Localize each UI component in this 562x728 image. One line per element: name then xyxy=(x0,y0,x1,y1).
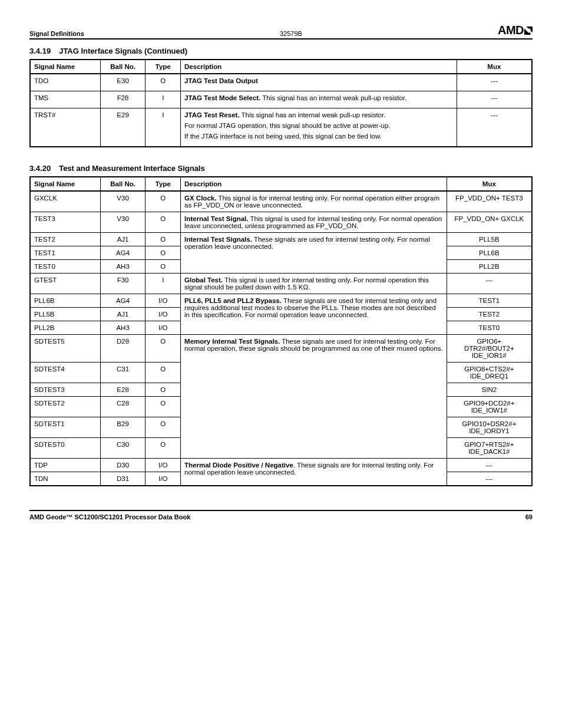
cell-ball-no: AJ1 xyxy=(100,308,146,321)
cell-mux: --- xyxy=(447,472,532,486)
col-mux: Mux xyxy=(447,177,532,191)
cell-signal-name: TRST# xyxy=(30,108,100,147)
cell-mux: --- xyxy=(447,274,532,294)
footer-book-title: AMD Geode™ SC1200/SC1201 Processor Data … xyxy=(29,513,190,521)
cell-ball-no: E29 xyxy=(100,108,146,147)
cell-description: Memory Internal Test Signals. These sign… xyxy=(181,335,447,459)
test-signals-table: Signal Name Ball No. Type Description Mu… xyxy=(29,176,533,486)
table-row: GXCLKV30OGX Clock. This signal is for in… xyxy=(30,191,532,212)
cell-mux: PLL6B xyxy=(447,246,532,260)
cell-mux: SIN2 xyxy=(447,383,532,397)
cell-ball-no: AG4 xyxy=(100,294,146,308)
cell-type: I/O xyxy=(146,308,181,321)
col-ball-no: Ball No. xyxy=(100,177,146,191)
cell-signal-name: GXCLK xyxy=(30,191,100,212)
section-heading-jtag: 3.4.19JTAG Interface Signals (Continued) xyxy=(29,47,533,55)
cell-type: I/O xyxy=(146,472,181,486)
cell-description: Thermal Diode Positive / Negative. These… xyxy=(181,459,447,486)
section-heading-test: 3.4.20Test and Measurement Interface Sig… xyxy=(29,164,533,173)
cell-description: PLL6, PLL5 and PLL2 Bypass. These signal… xyxy=(181,294,447,335)
cell-ball-no: F28 xyxy=(100,91,146,108)
cell-description: Internal Test Signals. These signals are… xyxy=(181,233,447,274)
cell-mux: FP_VDD_ON+ TEST3 xyxy=(447,191,532,212)
cell-type: I xyxy=(146,108,181,147)
cell-signal-name: SDTEST5 xyxy=(30,335,100,363)
col-type: Type xyxy=(146,60,181,74)
cell-mux: PLL5B xyxy=(447,233,532,246)
amd-logo-text: AMD xyxy=(498,24,524,37)
cell-type: O xyxy=(146,246,181,260)
cell-signal-name: TMS xyxy=(30,91,100,108)
cell-signal-name: PLL6B xyxy=(30,294,100,308)
cell-mux: GPIO7+RTS2#+IDE_DACK1# xyxy=(447,438,532,459)
table-row: TMSF28IJTAG Test Mode Select. This signa… xyxy=(30,91,532,108)
cell-description: GX Clock. This signal is for internal te… xyxy=(181,191,447,212)
cell-mux: FP_VDD_ON+ GXCLK xyxy=(447,212,532,233)
cell-signal-name: TDN xyxy=(30,472,100,486)
cell-type: I/O xyxy=(146,459,181,472)
cell-ball-no: D31 xyxy=(100,472,146,486)
cell-description: Internal Test Signal. This signal is use… xyxy=(181,212,447,233)
amd-logo: AMD xyxy=(498,24,533,37)
cell-type: O xyxy=(146,74,181,91)
cell-signal-name: PLL2B xyxy=(30,321,100,335)
cell-ball-no: C30 xyxy=(100,438,146,459)
col-description: Description xyxy=(181,60,457,74)
cell-ball-no: F30 xyxy=(100,274,146,294)
jtag-signals-table: Signal Name Ball No. Type Description Mu… xyxy=(29,59,533,147)
cell-type: O xyxy=(146,260,181,274)
cell-signal-name: SDTEST1 xyxy=(30,417,100,438)
table-row: PLL6BAG4I/OPLL6, PLL5 and PLL2 Bypass. T… xyxy=(30,294,532,308)
cell-type: O xyxy=(146,417,181,438)
cell-ball-no: AJ1 xyxy=(100,233,146,246)
cell-type: O xyxy=(146,212,181,233)
section-number: 3.4.19 xyxy=(29,47,51,55)
cell-type: I xyxy=(146,91,181,108)
cell-signal-name: TDO xyxy=(30,74,100,91)
cell-mux: GPIO10+DSR2#+IDE_IORDY1 xyxy=(447,417,532,438)
cell-description: JTAG Test Data Output xyxy=(181,74,457,91)
cell-mux: --- xyxy=(447,459,532,472)
cell-mux: GPIO8+CTS2#+IDE_DREQ1 xyxy=(447,363,532,383)
footer-page-number: 69 xyxy=(525,513,533,521)
cell-signal-name: GTEST xyxy=(30,274,100,294)
cell-mux: TEST2 xyxy=(447,308,532,321)
cell-mux: GPIO9+DCD2#+IDE_IOW1# xyxy=(447,397,532,417)
cell-ball-no: V30 xyxy=(100,191,146,212)
cell-ball-no: AH3 xyxy=(100,260,146,274)
cell-ball-no: AG4 xyxy=(100,246,146,260)
cell-description: JTAG Test Reset. This signal has an inte… xyxy=(181,108,457,147)
section-number: 3.4.20 xyxy=(29,164,51,173)
table-row: TDPD30I/OThermal Diode Positive / Negati… xyxy=(30,459,532,472)
cell-ball-no: C28 xyxy=(100,397,146,417)
cell-signal-name: TEST0 xyxy=(30,260,100,274)
section-title: Test and Measurement Interface Signals xyxy=(59,164,205,173)
cell-signal-name: SDTEST3 xyxy=(30,383,100,397)
cell-signal-name: TEST2 xyxy=(30,233,100,246)
cell-type: O xyxy=(146,438,181,459)
cell-signal-name: SDTEST4 xyxy=(30,363,100,383)
cell-signal-name: TDP xyxy=(30,459,100,472)
table-row: TEST2AJ1OInternal Test Signals. These si… xyxy=(30,233,532,246)
cell-signal-name: SDTEST2 xyxy=(30,397,100,417)
cell-ball-no: AH3 xyxy=(100,321,146,335)
cell-type: O xyxy=(146,397,181,417)
cell-type: I xyxy=(146,274,181,294)
table-row: TRST#E29IJTAG Test Reset. This signal ha… xyxy=(30,108,532,147)
page-header: Signal Definitions 32579B AMD xyxy=(29,24,533,39)
table-row: GTESTF30IGlobal Test. This signal is use… xyxy=(30,274,532,294)
table-header-row: Signal Name Ball No. Type Description Mu… xyxy=(30,177,532,191)
cell-type: O xyxy=(146,363,181,383)
cell-ball-no: C31 xyxy=(100,363,146,383)
cell-signal-name: PLL5B xyxy=(30,308,100,321)
header-doc-code: 32579B xyxy=(280,30,302,37)
cell-mux: --- xyxy=(457,91,532,108)
cell-type: O xyxy=(146,335,181,363)
cell-ball-no: D28 xyxy=(100,335,146,363)
cell-type: O xyxy=(146,233,181,246)
cell-type: O xyxy=(146,383,181,397)
cell-ball-no: E28 xyxy=(100,383,146,397)
cell-mux: PLL2B xyxy=(447,260,532,274)
table-row: TEST3V30OInternal Test Signal. This sign… xyxy=(30,212,532,233)
cell-description: Global Test. This signal is used for int… xyxy=(181,274,447,294)
